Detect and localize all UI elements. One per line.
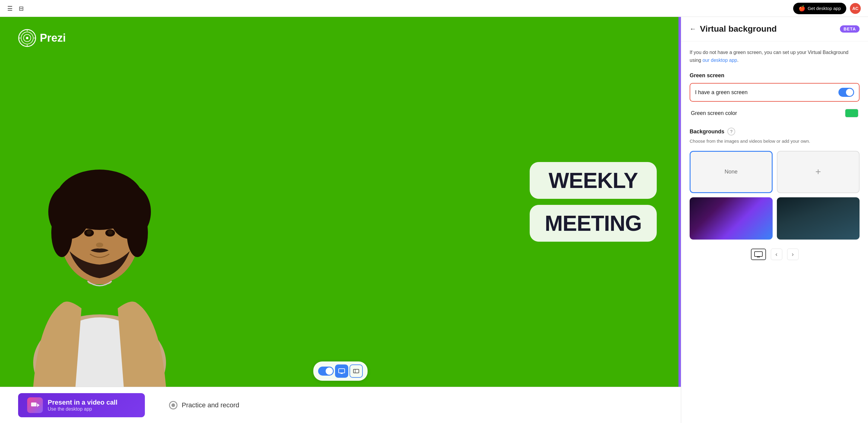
green-screen-toggle[interactable] xyxy=(838,88,854,97)
backgrounds-header: Backgrounds ? xyxy=(690,128,860,135)
svg-point-3 xyxy=(26,37,28,39)
none-label: None xyxy=(725,169,738,175)
add-icon: + xyxy=(815,166,821,177)
chevron-right-button[interactable]: › xyxy=(787,249,799,260)
get-desktop-button[interactable]: 🍎 Get desktop app xyxy=(793,3,846,14)
svg-point-17 xyxy=(127,209,148,257)
background-add[interactable]: + xyxy=(777,151,860,193)
present-btn-icon xyxy=(27,397,43,413)
svg-rect-26 xyxy=(31,402,36,406)
avatar[interactable]: AC xyxy=(850,3,861,14)
video-toolbar xyxy=(313,361,368,381)
hamburger-icon[interactable]: ☰ xyxy=(7,5,13,12)
slide-badge-weekly: WEEKLY xyxy=(530,162,657,199)
background-gradient-1[interactable] xyxy=(690,197,773,239)
chevron-left-button[interactable]: ‹ xyxy=(771,249,782,260)
backgrounds-grid: None + xyxy=(690,151,860,239)
top-bar-right: 🍎 Get desktop app AC xyxy=(793,3,861,14)
webcam-toggle[interactable] xyxy=(318,366,334,376)
svg-rect-28 xyxy=(754,252,763,256)
presentation-area: Prezi xyxy=(0,17,681,423)
practice-radio-inner xyxy=(172,403,175,407)
practice-and-record-button[interactable]: Practice and record xyxy=(163,401,245,410)
practice-label: Practice and record xyxy=(182,401,239,409)
present-in-video-call-button[interactable]: Present in a video call Use the desktop … xyxy=(18,393,145,417)
svg-rect-23 xyxy=(339,369,345,373)
slide-badge-meeting: MEETING xyxy=(530,205,657,242)
panel-header: ← Virtual background BETA xyxy=(681,17,868,41)
present-title: Present in a video call xyxy=(48,398,117,406)
backgrounds-label: Backgrounds xyxy=(690,129,724,135)
background-none[interactable]: None xyxy=(690,151,773,193)
more-options-button[interactable] xyxy=(349,364,363,378)
present-btn-text: Present in a video call Use the desktop … xyxy=(48,398,117,412)
backgrounds-desc: Choose from the images and videos below … xyxy=(690,138,860,145)
back-button[interactable]: ← xyxy=(690,25,696,33)
svg-point-21 xyxy=(108,230,113,234)
svg-point-15 xyxy=(63,172,136,215)
info-text-end: . xyxy=(737,58,738,63)
panels-icon[interactable]: ⊟ xyxy=(19,5,24,12)
prezi-logo-svg xyxy=(18,29,36,47)
info-text: If you do not have a green screen, you c… xyxy=(690,48,860,64)
person-figure xyxy=(9,152,190,387)
svg-marker-27 xyxy=(37,403,39,407)
main-content: Prezi xyxy=(0,17,868,423)
practice-radio xyxy=(169,401,178,410)
desktop-app-link[interactable]: our desktop app xyxy=(703,58,737,63)
svg-point-16 xyxy=(51,209,72,257)
green-screen-toggle-row: I have a green screen xyxy=(690,83,860,102)
prezi-logo-text: Prezi xyxy=(40,32,66,44)
beta-badge: BETA xyxy=(840,25,860,33)
top-bar: ☰ ⊟ 🍎 Get desktop app AC xyxy=(0,0,868,17)
purple-border xyxy=(679,17,681,387)
bottom-bar: Present in a video call Use the desktop … xyxy=(0,387,681,423)
color-row: Green screen color xyxy=(690,106,860,120)
color-swatch[interactable] xyxy=(845,109,858,117)
svg-rect-24 xyxy=(353,369,359,373)
right-panel: ← Virtual background BETA If you do not … xyxy=(681,17,868,423)
svg-point-22 xyxy=(96,242,103,248)
monitor-button[interactable] xyxy=(751,249,766,260)
top-bar-left: ☰ ⊟ xyxy=(7,5,24,12)
background-gradient-2[interactable] xyxy=(777,197,860,239)
screen-share-button[interactable] xyxy=(335,364,348,378)
panel-title: Virtual background xyxy=(700,24,836,34)
prezi-logo: Prezi xyxy=(18,29,66,47)
help-icon[interactable]: ? xyxy=(727,128,735,135)
slide-content: WEEKLY MEETING xyxy=(530,162,657,242)
toggle-label: I have a green screen xyxy=(695,89,748,96)
panel-body: If you do not have a green screen, you c… xyxy=(681,41,868,423)
green-screen-label: Green screen xyxy=(690,72,860,79)
get-desktop-label: Get desktop app xyxy=(808,6,841,11)
svg-point-20 xyxy=(87,230,91,234)
color-label: Green screen color xyxy=(691,110,737,117)
video-container: Prezi xyxy=(0,17,681,387)
apple-icon: 🍎 xyxy=(799,5,805,12)
present-subtitle: Use the desktop app xyxy=(48,406,92,412)
